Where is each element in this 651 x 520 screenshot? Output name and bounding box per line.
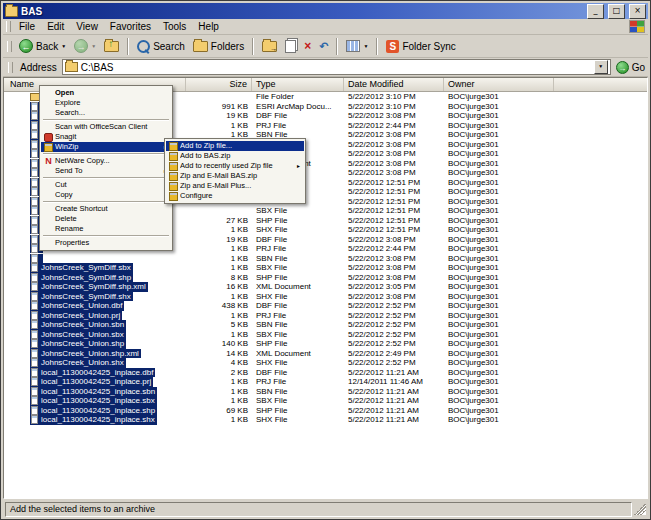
winzip-submenu-item-configure[interactable]: Configure [166,191,304,201]
winzip-submenu-item-add-to-bas-zip[interactable]: Add to BAS.zip [166,151,304,161]
context-menu-item-copy[interactable]: Copy [41,190,171,200]
toolbar-grip[interactable] [7,41,12,52]
back-button[interactable]: ← Back ▼ [16,38,69,54]
file-size-cell: 69 KB [186,406,252,416]
context-menu-item-rename[interactable]: Rename [41,224,171,234]
file-row[interactable]: JohnsCreek_Union.sbn5 KBSBN File5/22/201… [4,320,647,330]
context-menu-item-explore[interactable]: Explore [41,98,171,108]
file-row[interactable]: local_11300042425_inplace.shp69 KBSHP Fi… [4,406,647,416]
menu-help[interactable]: Help [192,20,225,33]
toolbar-grip[interactable] [6,21,11,32]
menu-icon-gutter [167,162,180,171]
file-row[interactable]: JohnsCreek_SymDiff.shp8 KBSHP File5/22/2… [4,273,647,283]
winzip-submenu-item-add-to-zip-file[interactable]: Add to Zip file... [166,141,304,151]
address-dropdown-button[interactable]: ▼ [594,60,608,74]
forward-dropdown-icon[interactable]: ▼ [91,43,96,49]
toolbar-grip[interactable] [8,62,13,73]
file-row[interactable]: JohnsCreek_Union.prj1 KBPRJ File5/22/201… [4,311,647,321]
file-row[interactable]: local_11300042425_inplace.dbf2 KBDBF Fil… [4,368,647,378]
context-menu-item-properties[interactable]: Properties [41,238,171,248]
context-menu-item-search[interactable]: Search... [41,108,171,118]
go-button[interactable]: → Go [616,61,645,74]
file-modified-cell: 5/22/2012 3:08 PM [344,235,444,245]
file-icon [31,263,38,272]
copy-to-button[interactable] [282,39,299,54]
file-type-cell: SHP File [252,339,344,349]
address-input[interactable]: C:\BAS ▼ [62,59,611,75]
column-header-owner[interactable]: Owner [444,78,554,91]
file-type-cell: ESRI ArcMap Docu... [252,102,344,112]
back-icon: ← [19,39,33,53]
file-size-cell: 5 KB [186,320,252,330]
context-menu-item-scan-with-officescan-client[interactable]: Scan with OfficeScan Client [41,122,171,132]
file-row[interactable]: 1 KBSBN File5/22/2012 3:08 PMBOC\jurge30… [4,254,647,264]
views-dropdown-icon[interactable]: ▼ [363,43,368,49]
context-menu-item-cut[interactable]: Cut [41,180,171,190]
file-row[interactable]: local_11300042425_inplace.sbn1 KBSBN Fil… [4,387,647,397]
back-dropdown-icon[interactable]: ▼ [61,43,66,49]
winzip-submenu-item-add-to-recently-used-zip-file[interactable]: Add to recently used Zip file► [166,161,304,171]
folder-sync-label: Folder Sync [402,41,455,52]
context-menu-item-snagit[interactable]: Snagit [41,132,171,142]
maximize-button[interactable]: □ [608,4,625,19]
file-row[interactable]: JohnsCreek_Union.shx4 KBSHX File5/22/201… [4,358,647,368]
resize-grip[interactable] [634,503,646,515]
file-row[interactable]: JohnsCreek_Union.sbx1 KBSBX File5/22/201… [4,330,647,340]
context-menu-item-send-to[interactable]: Send To► [41,166,171,176]
file-row[interactable]: JohnsCreek_Union.shp.xml14 KBXML Documen… [4,349,647,359]
file-row[interactable]: JohnsCreek_SymDiff.shx1 KBSHX File5/22/2… [4,292,647,302]
menu-file[interactable]: File [13,20,41,33]
file-owner-cell: BOC\jurge301 [444,111,554,121]
file-row[interactable]: local_11300042425_inplace.prj1 KBPRJ Fil… [4,377,647,387]
search-button[interactable]: Search [134,39,188,54]
context-menu-item-netware-copy[interactable]: NNetWare Copy... [41,156,171,166]
menu-view[interactable]: View [70,20,104,33]
file-owner-cell: BOC\jurge301 [444,292,554,302]
folder-sync-button[interactable]: S Folder Sync [383,39,458,54]
folders-button[interactable]: Folders [190,40,247,53]
file-row[interactable]: JohnsCreek_Union.shp140 KBSHP File5/22/2… [4,339,647,349]
file-icon [31,187,38,196]
toolbar: ← Back ▼ → ▼ ↑ Search Folders → × [3,35,648,58]
column-header-date-modified[interactable]: Date Modified [344,78,444,91]
menu-edit[interactable]: Edit [41,20,70,33]
views-button[interactable]: ▼ [343,39,371,53]
status-bar: Add the selected items to an archive [3,499,648,517]
forward-button[interactable]: → ▼ [71,38,99,54]
file-type-cell: SBX File [252,330,344,340]
minimize-button[interactable]: _ [587,4,604,19]
column-header-type[interactable]: Type [252,78,344,91]
file-size-cell: 19 KB [186,235,252,245]
winzip-icon [44,143,53,152]
menu-tools[interactable]: Tools [157,20,192,33]
menu-icon-gutter [167,152,180,161]
context-menu-item-open[interactable]: Open [41,88,171,98]
file-owner-cell: BOC\jurge301 [444,187,554,197]
context-menu-item-create-shortcut[interactable]: Create Shortcut [41,204,171,214]
file-row[interactable]: JohnsCreek_SymDiff.shp.xml16 KBXML Docum… [4,282,647,292]
up-button[interactable]: ↑ [101,40,122,53]
menu-favorites[interactable]: Favorites [104,20,157,33]
close-button[interactable]: × [629,4,646,19]
file-modified-cell: 5/22/2012 3:10 PM [344,102,444,112]
file-row[interactable]: local_11300042425_inplace.shx1 KBSHX Fil… [4,415,647,425]
winzip-submenu: Add to Zip file...Add to BAS.zipAdd to r… [164,138,306,204]
title-bar[interactable]: BAS _ □ × [3,3,648,19]
context-menu-item-winzip[interactable]: WinZip► [41,142,171,152]
winzip-submenu-item-zip-and-e-mail-bas-zip[interactable]: Zip and E-Mail BAS.zip [166,171,304,181]
column-header-size[interactable]: Size [186,78,252,91]
delete-button[interactable]: × [301,39,314,53]
context-menu-item-delete[interactable]: Delete [41,214,171,224]
file-icon [31,140,38,149]
move-to-icon: → [262,41,277,52]
move-arrow-icon: → [270,45,277,52]
file-row[interactable]: local_11300042425_inplace.sbx1 KBSBX Fil… [4,396,647,406]
file-owner-cell: BOC\jurge301 [444,130,554,140]
file-owner-cell: BOC\jurge301 [444,273,554,283]
file-row[interactable]: JohnsCreek_Union.dbf438 KBDBF File5/22/2… [4,301,647,311]
move-to-button[interactable]: → [259,40,280,53]
file-row[interactable]: JohnsCreek_SymDiff.sbx1 KBSBX File5/22/2… [4,263,647,273]
folder-sync-icon: S [386,40,399,53]
undo-button[interactable]: ↶ [316,40,331,53]
winzip-submenu-item-zip-and-e-mail-plus[interactable]: Zip and E-Mail Plus... [166,181,304,191]
